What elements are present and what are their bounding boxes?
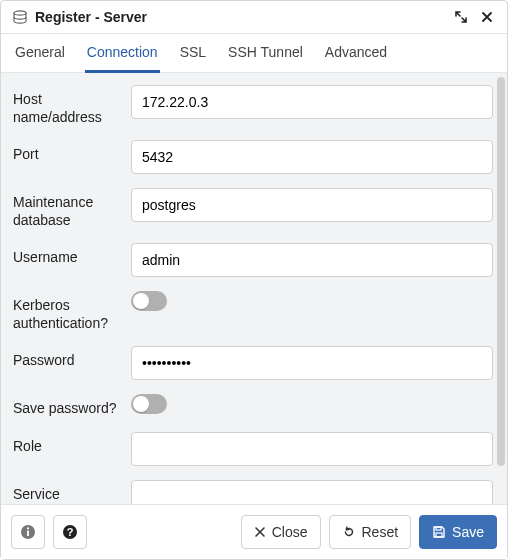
label-service: Service [13,480,121,504]
label-password: Password [13,346,121,370]
svg-rect-6 [436,527,441,530]
form-body: Host name/address Port Maintenance datab… [1,73,507,504]
username-input[interactable] [131,243,493,277]
role-input[interactable] [131,432,493,466]
row-host: Host name/address [13,85,493,126]
host-input[interactable] [131,85,493,119]
tab-advanced[interactable]: Advanced [323,34,389,72]
save-button[interactable]: Save [419,515,497,549]
tab-connection[interactable]: Connection [85,34,160,72]
close-button[interactable]: Close [241,515,321,549]
label-host: Host name/address [13,85,121,126]
scrollbar[interactable] [497,77,505,500]
help-button[interactable]: ? [53,515,87,549]
row-role: Role [13,432,493,466]
server-icon [11,8,29,26]
scrollbar-thumb[interactable] [497,77,505,466]
save-password-toggle[interactable] [131,394,167,414]
kerberos-toggle[interactable] [131,291,167,311]
titlebar: Register - Server [1,1,507,34]
service-input[interactable] [131,480,493,505]
close-x-icon [254,526,266,538]
row-service: Service [13,480,493,505]
row-password: Password [13,346,493,380]
expand-icon[interactable] [451,7,471,27]
row-username: Username [13,243,493,277]
svg-point-0 [14,11,26,15]
svg-rect-2 [27,531,29,537]
label-port: Port [13,140,121,164]
close-icon[interactable] [477,7,497,27]
label-savepw: Save password? [13,394,121,418]
reset-button-label: Reset [362,524,399,540]
svg-point-3 [27,527,29,529]
save-button-label: Save [452,524,484,540]
close-button-label: Close [272,524,308,540]
svg-rect-7 [436,533,442,537]
dialog-title: Register - Server [35,9,147,25]
save-icon [432,525,446,539]
maintdb-input[interactable] [131,188,493,222]
label-username: Username [13,243,121,267]
port-input[interactable] [131,140,493,174]
tab-ssl[interactable]: SSL [178,34,208,72]
tab-ssh-tunnel[interactable]: SSH Tunnel [226,34,305,72]
reset-button[interactable]: Reset [329,515,412,549]
tabs: General Connection SSL SSH Tunnel Advanc… [1,34,507,73]
label-maintdb: Maintenance database [13,188,121,229]
register-server-dialog: Register - Server General Connection SSL… [0,0,508,560]
row-kerberos: Kerberos authentication? [13,291,493,332]
row-savepw: Save password? [13,394,493,418]
label-role: Role [13,432,121,456]
tab-general[interactable]: General [13,34,67,72]
reset-icon [342,525,356,539]
info-button[interactable] [11,515,45,549]
row-port: Port [13,140,493,174]
password-input[interactable] [131,346,493,380]
svg-text:?: ? [67,526,74,538]
label-kerberos: Kerberos authentication? [13,291,121,332]
footer: ? Close Reset Save [1,504,507,559]
row-maintdb: Maintenance database [13,188,493,229]
